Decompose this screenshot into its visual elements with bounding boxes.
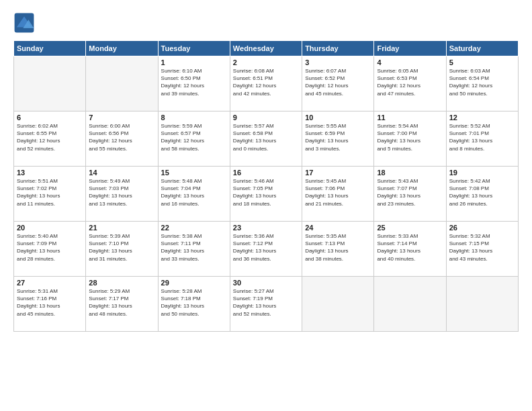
day-info: Sunrise: 5:51 AM Sunset: 7:02 PM Dayligh… — [17, 177, 83, 208]
weekday-header: Monday — [86, 41, 158, 56]
calendar-week-row: 13Sunrise: 5:51 AM Sunset: 7:02 PM Dayli… — [14, 167, 519, 222]
day-number: 21 — [89, 224, 154, 232]
day-number: 29 — [161, 279, 227, 287]
weekday-header: Tuesday — [158, 41, 230, 56]
day-info: Sunrise: 5:57 AM Sunset: 6:58 PM Dayligh… — [233, 122, 299, 152]
calendar-cell: 27Sunrise: 5:31 AM Sunset: 7:16 PM Dayli… — [14, 277, 86, 332]
day-info: Sunrise: 5:27 AM Sunset: 7:19 PM Dayligh… — [233, 287, 299, 318]
calendar-cell: 7Sunrise: 6:00 AM Sunset: 6:56 PM Daylig… — [86, 111, 158, 167]
logo-icon — [13, 12, 35, 34]
day-number: 3 — [305, 58, 371, 66]
calendar-cell: 23Sunrise: 5:36 AM Sunset: 7:12 PM Dayli… — [230, 222, 302, 277]
calendar-cell: 20Sunrise: 5:40 AM Sunset: 7:09 PM Dayli… — [14, 222, 86, 277]
day-info: Sunrise: 5:49 AM Sunset: 7:03 PM Dayligh… — [89, 177, 154, 208]
calendar-cell: 21Sunrise: 5:39 AM Sunset: 7:10 PM Dayli… — [86, 222, 158, 277]
calendar-cell: 3Sunrise: 6:07 AM Sunset: 6:52 PM Daylig… — [302, 56, 374, 111]
day-number: 9 — [233, 113, 299, 122]
calendar-cell — [446, 277, 518, 332]
day-number: 11 — [377, 113, 443, 122]
day-info: Sunrise: 6:07 AM Sunset: 6:52 PM Dayligh… — [305, 67, 371, 97]
calendar-cell: 28Sunrise: 5:29 AM Sunset: 7:17 PM Dayli… — [86, 277, 158, 332]
calendar-cell: 1Sunrise: 6:10 AM Sunset: 6:50 PM Daylig… — [158, 56, 230, 111]
day-info: Sunrise: 5:52 AM Sunset: 7:01 PM Dayligh… — [449, 122, 515, 152]
day-info: Sunrise: 5:38 AM Sunset: 7:11 PM Dayligh… — [161, 232, 227, 263]
calendar-header-row: SundayMondayTuesdayWednesdayThursdayFrid… — [14, 41, 519, 56]
day-number: 23 — [233, 224, 299, 232]
day-number: 19 — [449, 169, 515, 177]
day-info: Sunrise: 6:02 AM Sunset: 6:55 PM Dayligh… — [17, 122, 83, 152]
day-number: 10 — [305, 113, 371, 122]
calendar-cell: 13Sunrise: 5:51 AM Sunset: 7:02 PM Dayli… — [14, 167, 86, 222]
day-number: 25 — [377, 224, 443, 232]
calendar-cell: 24Sunrise: 5:35 AM Sunset: 7:13 PM Dayli… — [302, 222, 374, 277]
day-number: 27 — [17, 279, 83, 287]
day-info: Sunrise: 5:35 AM Sunset: 7:13 PM Dayligh… — [305, 232, 371, 263]
day-number: 4 — [377, 58, 443, 66]
day-number: 30 — [233, 279, 299, 287]
day-info: Sunrise: 6:05 AM Sunset: 6:53 PM Dayligh… — [377, 67, 443, 97]
calendar-cell: 4Sunrise: 6:05 AM Sunset: 6:53 PM Daylig… — [374, 56, 446, 111]
day-number: 20 — [17, 224, 83, 232]
day-info: Sunrise: 5:33 AM Sunset: 7:14 PM Dayligh… — [377, 232, 443, 263]
calendar-cell — [302, 277, 374, 332]
day-number: 12 — [449, 113, 515, 122]
day-number: 2 — [233, 58, 299, 66]
calendar-cell: 12Sunrise: 5:52 AM Sunset: 7:01 PM Dayli… — [446, 111, 518, 167]
calendar-cell: 17Sunrise: 5:45 AM Sunset: 7:06 PM Dayli… — [302, 167, 374, 222]
day-info: Sunrise: 5:59 AM Sunset: 6:57 PM Dayligh… — [161, 122, 227, 152]
calendar-cell: 25Sunrise: 5:33 AM Sunset: 7:14 PM Dayli… — [374, 222, 446, 277]
calendar-cell: 15Sunrise: 5:48 AM Sunset: 7:04 PM Dayli… — [158, 167, 230, 222]
calendar-cell — [374, 277, 446, 332]
page-header — [13, 12, 519, 34]
day-number: 22 — [161, 224, 227, 232]
day-info: Sunrise: 6:03 AM Sunset: 6:54 PM Dayligh… — [449, 67, 515, 97]
weekday-header: Saturday — [446, 41, 518, 56]
calendar-cell: 22Sunrise: 5:38 AM Sunset: 7:11 PM Dayli… — [158, 222, 230, 277]
calendar-cell: 8Sunrise: 5:59 AM Sunset: 6:57 PM Daylig… — [158, 111, 230, 167]
calendar-week-row: 27Sunrise: 5:31 AM Sunset: 7:16 PM Dayli… — [14, 277, 519, 332]
day-number: 17 — [305, 169, 371, 177]
day-info: Sunrise: 5:43 AM Sunset: 7:07 PM Dayligh… — [377, 177, 443, 208]
calendar-table: SundayMondayTuesdayWednesdayThursdayFrid… — [13, 40, 519, 332]
weekday-header: Wednesday — [230, 41, 302, 56]
day-info: Sunrise: 5:32 AM Sunset: 7:15 PM Dayligh… — [449, 232, 515, 263]
calendar-cell: 29Sunrise: 5:28 AM Sunset: 7:18 PM Dayli… — [158, 277, 230, 332]
day-info: Sunrise: 6:10 AM Sunset: 6:50 PM Dayligh… — [161, 67, 227, 97]
calendar-week-row: 1Sunrise: 6:10 AM Sunset: 6:50 PM Daylig… — [14, 56, 519, 111]
day-info: Sunrise: 5:55 AM Sunset: 6:59 PM Dayligh… — [305, 122, 371, 152]
weekday-header: Friday — [374, 41, 446, 56]
calendar-cell — [14, 56, 86, 111]
calendar-week-row: 20Sunrise: 5:40 AM Sunset: 7:09 PM Dayli… — [14, 222, 519, 277]
day-number: 7 — [89, 113, 154, 122]
day-info: Sunrise: 5:42 AM Sunset: 7:08 PM Dayligh… — [449, 177, 515, 208]
calendar-cell: 5Sunrise: 6:03 AM Sunset: 6:54 PM Daylig… — [446, 56, 518, 111]
calendar-cell: 16Sunrise: 5:46 AM Sunset: 7:05 PM Dayli… — [230, 167, 302, 222]
day-number: 1 — [161, 58, 227, 66]
day-info: Sunrise: 5:36 AM Sunset: 7:12 PM Dayligh… — [233, 232, 299, 263]
day-info: Sunrise: 5:54 AM Sunset: 7:00 PM Dayligh… — [377, 122, 443, 152]
logo — [13, 12, 36, 34]
day-info: Sunrise: 6:00 AM Sunset: 6:56 PM Dayligh… — [89, 122, 154, 152]
day-number: 5 — [449, 58, 515, 66]
day-info: Sunrise: 5:40 AM Sunset: 7:09 PM Dayligh… — [17, 232, 83, 263]
day-number: 6 — [17, 113, 83, 122]
day-number: 24 — [305, 224, 371, 232]
day-info: Sunrise: 5:29 AM Sunset: 7:17 PM Dayligh… — [89, 287, 154, 318]
calendar-cell: 11Sunrise: 5:54 AM Sunset: 7:00 PM Dayli… — [374, 111, 446, 167]
weekday-header: Thursday — [302, 41, 374, 56]
day-number: 13 — [17, 169, 83, 177]
day-info: Sunrise: 5:39 AM Sunset: 7:10 PM Dayligh… — [89, 232, 154, 263]
day-number: 16 — [233, 169, 299, 177]
calendar-cell: 10Sunrise: 5:55 AM Sunset: 6:59 PM Dayli… — [302, 111, 374, 167]
weekday-header: Sunday — [14, 41, 86, 56]
day-number: 18 — [377, 169, 443, 177]
calendar-cell: 9Sunrise: 5:57 AM Sunset: 6:58 PM Daylig… — [230, 111, 302, 167]
calendar-cell: 30Sunrise: 5:27 AM Sunset: 7:19 PM Dayli… — [230, 277, 302, 332]
calendar-cell: 2Sunrise: 6:08 AM Sunset: 6:51 PM Daylig… — [230, 56, 302, 111]
day-info: Sunrise: 5:28 AM Sunset: 7:18 PM Dayligh… — [161, 287, 227, 318]
calendar-cell: 14Sunrise: 5:49 AM Sunset: 7:03 PM Dayli… — [86, 167, 158, 222]
day-info: Sunrise: 5:31 AM Sunset: 7:16 PM Dayligh… — [17, 287, 83, 318]
day-number: 15 — [161, 169, 227, 177]
calendar-cell: 19Sunrise: 5:42 AM Sunset: 7:08 PM Dayli… — [446, 167, 518, 222]
day-info: Sunrise: 5:48 AM Sunset: 7:04 PM Dayligh… — [161, 177, 227, 208]
